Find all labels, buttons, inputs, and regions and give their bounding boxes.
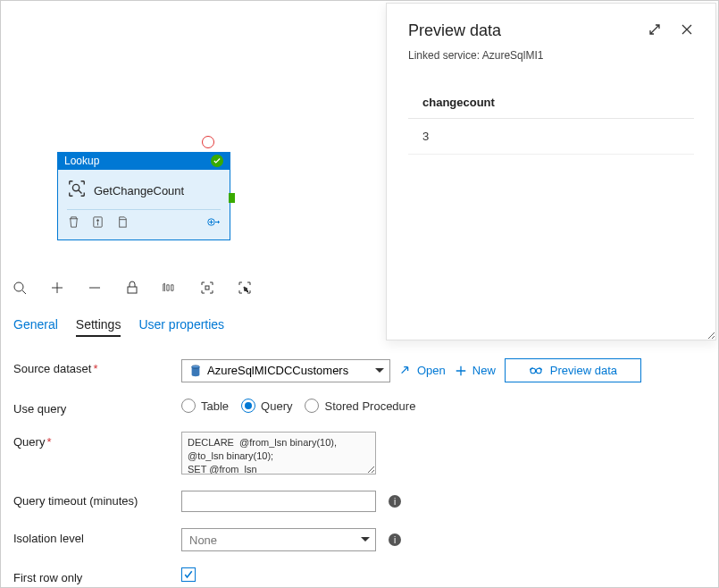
- source-dataset-value: AzureSqlMICDCCustomers: [207, 364, 348, 377]
- svg-rect-6: [128, 287, 137, 293]
- expand-icon[interactable]: [648, 22, 662, 40]
- svg-point-10: [531, 368, 536, 374]
- source-dataset-label: Source dataset: [13, 362, 91, 375]
- database-icon: [189, 365, 202, 377]
- linked-service-label: Linked service:: [408, 49, 480, 62]
- radio-query[interactable]: Query: [241, 399, 292, 413]
- status-success-icon: [211, 155, 223, 167]
- activity-tabs: General Settings User properties: [13, 317, 224, 338]
- preview-data-button[interactable]: Preview data: [505, 358, 641, 382]
- chevron-down-icon: [375, 368, 384, 374]
- preview-data-panel: Preview data Linked service: AzureSqlMI1…: [386, 3, 716, 340]
- svg-rect-3: [120, 220, 127, 227]
- activity-name: GetChangeCount: [94, 184, 184, 197]
- zoom-in-icon[interactable]: [49, 280, 65, 296]
- first-row-only-label: First row only: [13, 567, 181, 584]
- svg-point-11: [536, 368, 541, 374]
- use-query-label: Use query: [13, 399, 181, 416]
- zoom-out-icon[interactable]: [87, 280, 103, 296]
- isolation-level-select[interactable]: None: [181, 528, 376, 551]
- info-icon[interactable]: [91, 215, 105, 232]
- success-output-handle[interactable]: [229, 193, 235, 203]
- query-label: Query: [13, 435, 45, 449]
- isolation-level-value: None: [189, 533, 217, 547]
- settings-form: Source dataset* AzureSqlMICDCCustomers O…: [13, 358, 706, 588]
- chevron-down-icon: [361, 537, 370, 542]
- svg-rect-7: [205, 286, 209, 290]
- breakpoint-indicator[interactable]: [202, 136, 214, 148]
- preview-title: Preview data: [408, 21, 501, 40]
- zoom-100-icon[interactable]: [162, 280, 178, 296]
- radio-stored-procedure[interactable]: Stored Procedure: [305, 399, 415, 413]
- linked-service-value: AzureSqlMI1: [482, 49, 544, 62]
- select-icon[interactable]: [237, 280, 253, 296]
- search-icon[interactable]: [12, 280, 28, 296]
- activity-type-label: Lookup: [64, 155, 99, 167]
- canvas-toolbar: [12, 280, 253, 296]
- tab-general[interactable]: General: [13, 317, 58, 337]
- query-timeout-label: Query timeout (minutes): [13, 491, 181, 508]
- preview-table: changecount 3: [408, 87, 694, 155]
- source-dataset-select[interactable]: AzureSqlMICDCCustomers: [181, 359, 390, 382]
- info-icon[interactable]: i: [389, 495, 401, 508]
- open-dataset-link[interactable]: Open: [399, 364, 446, 377]
- table-cell: 3: [408, 119, 694, 155]
- activity-lookup-node[interactable]: Lookup GetChangeCount: [57, 152, 230, 240]
- isolation-level-label: Isolation level: [13, 528, 181, 545]
- info-icon[interactable]: i: [389, 533, 401, 546]
- query-textarea[interactable]: [181, 432, 376, 475]
- svg-point-0: [72, 184, 79, 190]
- tab-user-properties[interactable]: User properties: [138, 317, 224, 337]
- fit-screen-icon[interactable]: [199, 280, 215, 296]
- radio-table[interactable]: Table: [181, 399, 229, 413]
- svg-point-5: [14, 282, 23, 291]
- close-icon[interactable]: [680, 22, 694, 40]
- column-header: changecount: [408, 87, 694, 119]
- add-activity-icon[interactable]: [207, 215, 221, 232]
- lock-icon[interactable]: [124, 280, 140, 296]
- new-dataset-link[interactable]: New: [455, 364, 496, 377]
- copy-icon[interactable]: [115, 215, 129, 232]
- lookup-icon: [67, 179, 87, 202]
- tab-settings[interactable]: Settings: [76, 317, 121, 337]
- query-timeout-input[interactable]: [181, 491, 376, 512]
- first-row-only-checkbox[interactable]: [181, 567, 196, 582]
- svg-point-2: [97, 220, 99, 222]
- delete-icon[interactable]: [67, 215, 80, 232]
